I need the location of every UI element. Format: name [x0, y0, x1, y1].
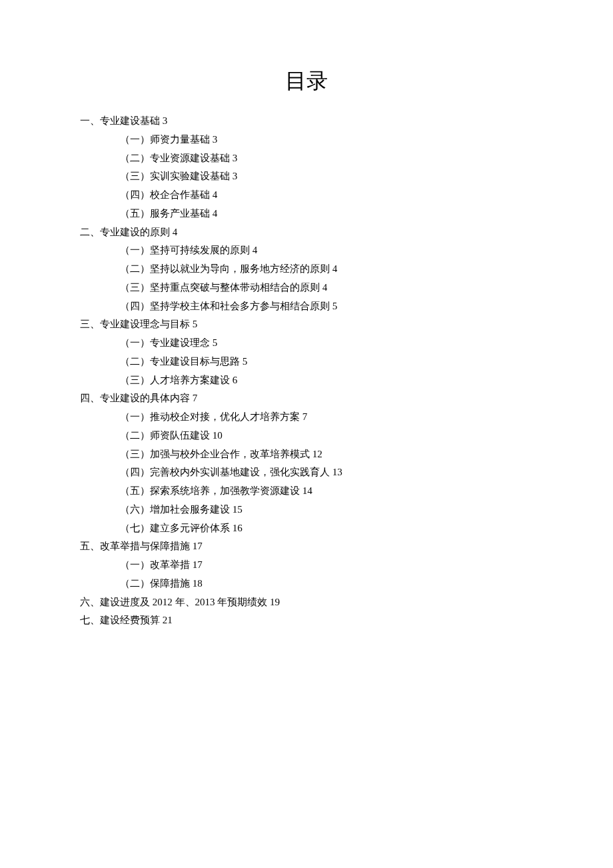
toc-entry-text: （二）坚持以就业为导向，服务地方经济的原则 [120, 263, 330, 274]
toc-entry-page: 6 [230, 375, 237, 385]
toc-entry-page: 4 [170, 227, 177, 237]
toc-entry-page: 16 [230, 523, 243, 533]
toc-entry: （二）师资队伍建设 10 [80, 427, 533, 445]
toc-entry-text: （七）建立多元评价体系 [120, 523, 230, 533]
toc-entry-text: （二）专业资源建设基础 [120, 153, 230, 163]
toc-entry: （三）加强与校外企业合作，改革培养模式 12 [80, 445, 533, 464]
toc-entry-page: 4 [250, 245, 257, 255]
toc-entry-text: 四、专业建设的具体内容 [80, 393, 190, 403]
toc-entry: （一）改革举措 17 [80, 556, 533, 575]
toc-entry: （二）专业资源建设基础 3 [80, 149, 533, 168]
toc-entry-page: 17 [190, 559, 203, 570]
toc-entry-page: 15 [230, 504, 243, 515]
toc-entry: （五）探索系统培养，加强教学资源建设 14 [80, 482, 533, 501]
toc-entry: （二）保障措施 18 [80, 575, 533, 593]
toc-entry-page: 3 [230, 153, 237, 163]
toc-entry-page: 5 [190, 319, 197, 329]
toc-entry-page: 18 [190, 578, 203, 589]
toc-entry: （一）坚持可持续发展的原则 4 [80, 241, 533, 260]
toc-entry-page: 5 [240, 356, 247, 367]
toc-entry-page: 4 [330, 263, 337, 274]
toc-entry: （二）坚持以就业为导向，服务地方经济的原则 4 [80, 260, 533, 279]
toc-entry-text: （四）坚持学校主体和社会多方参与相结合原则 [120, 301, 330, 311]
toc-entry-page: 7 [300, 411, 307, 422]
toc-entry-page: 5 [330, 301, 337, 311]
toc-entry-text: （四）完善校内外实训基地建设，强化实践育人 [120, 467, 330, 477]
toc-entry: （一）推动校企对接，优化人才培养方案 7 [80, 408, 533, 427]
toc-entry-text: （二）保障措施 [120, 578, 190, 589]
toc-entry-page: 3 [210, 134, 217, 145]
toc-entry: 五、改革举措与保障措施 17 [80, 537, 533, 556]
toc-entry-text: （三）坚持重点突破与整体带动相结合的原则 [120, 282, 320, 293]
toc-entry-text: 五、改革举措与保障措施 [80, 541, 190, 551]
toc-entry: 二、专业建设的原则 4 [80, 223, 533, 242]
toc-entry-text: 七、建设经费预算 [80, 615, 160, 625]
toc-entry-page: 10 [210, 430, 223, 441]
toc-entry: 一、专业建设基础 3 [80, 112, 533, 131]
toc-entry-text: 二、专业建设的原则 [80, 227, 170, 237]
toc-entry-text: （五）服务产业基础 [120, 208, 210, 219]
toc-entry-page: 14 [300, 485, 312, 496]
toc-entry-text: （三）实训实验建设基础 [120, 171, 230, 181]
toc-entry: （六）增加社会服务建设 15 [80, 501, 533, 519]
toc-entry-page: 4 [210, 208, 217, 219]
toc-entry-text: （一）推动校企对接，优化人才培养方案 [120, 411, 300, 422]
toc-entry-page: 19 [267, 597, 280, 607]
toc-entry: 六、建设进度及 2012 年、2013 年预期绩效 19 [80, 593, 533, 612]
table-of-contents: 一、专业建设基础 3（一）师资力量基础 3（二）专业资源建设基础 3（三）实训实… [80, 112, 533, 630]
toc-entry: 七、建设经费预算 21 [80, 611, 533, 630]
toc-entry-page: 5 [210, 337, 217, 348]
toc-entry-text: （三）加强与校外企业合作，改革培养模式 [120, 449, 310, 459]
toc-entry: （四）完善校内外实训基地建设，强化实践育人 13 [80, 463, 533, 482]
toc-entry: （四）校企合作基础 4 [80, 186, 533, 205]
toc-entry-page: 4 [320, 282, 327, 293]
toc-entry: （四）坚持学校主体和社会多方参与相结合原则 5 [80, 297, 533, 316]
toc-entry-text: （一）坚持可持续发展的原则 [120, 245, 250, 255]
toc-entry-text: （一）专业建设理念 [120, 337, 210, 348]
toc-entry-text: （四）校企合作基础 [120, 189, 210, 200]
toc-entry-page: 17 [190, 541, 203, 551]
toc-entry-page: 21 [160, 615, 173, 625]
toc-entry: 四、专业建设的具体内容 7 [80, 389, 533, 408]
toc-entry: （一）专业建设理念 5 [80, 334, 533, 353]
toc-entry-text: （二）专业建设目标与思路 [120, 356, 240, 367]
toc-entry-text: （五）探索系统培养，加强教学资源建设 [120, 485, 300, 496]
toc-entry: （三）坚持重点突破与整体带动相结合的原则 4 [80, 279, 533, 297]
toc-entry: （五）服务产业基础 4 [80, 205, 533, 223]
toc-entry-text: （三）人才培养方案建设 [120, 375, 230, 385]
toc-entry-page: 13 [330, 467, 342, 477]
toc-entry: （二）专业建设目标与思路 5 [80, 353, 533, 371]
toc-entry: （三）实训实验建设基础 3 [80, 167, 533, 186]
toc-entry: （七）建立多元评价体系 16 [80, 519, 533, 538]
toc-entry-page: 4 [210, 189, 217, 200]
toc-entry-text: （一）师资力量基础 [120, 134, 210, 145]
toc-entry-text: 三、专业建设理念与目标 [80, 319, 190, 329]
toc-entry-text: （六）增加社会服务建设 [120, 504, 230, 515]
toc-entry-text: （一）改革举措 [120, 559, 190, 570]
toc-entry-page: 12 [310, 449, 322, 459]
toc-entry-page: 3 [230, 171, 237, 181]
toc-entry-page: 3 [160, 115, 167, 126]
document-title: 目录 [80, 67, 533, 96]
toc-entry: （一）师资力量基础 3 [80, 131, 533, 149]
toc-entry: （三）人才培养方案建设 6 [80, 371, 533, 390]
toc-entry: 三、专业建设理念与目标 5 [80, 315, 533, 334]
toc-entry-text: （二）师资队伍建设 [120, 430, 210, 441]
toc-entry-page: 7 [190, 393, 197, 403]
toc-entry-text: 一、专业建设基础 [80, 115, 160, 126]
toc-entry-text: 六、建设进度及 2012 年、2013 年预期绩效 [80, 597, 267, 607]
